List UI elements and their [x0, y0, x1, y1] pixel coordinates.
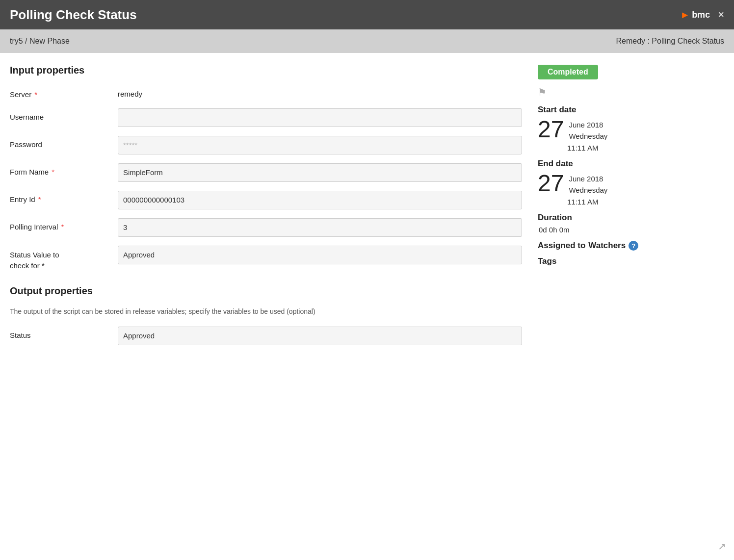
entryid-required: *	[38, 195, 41, 204]
output-properties-section: Output properties The output of the scri…	[10, 285, 522, 345]
end-time: 11:11 AM	[567, 198, 724, 206]
start-time: 11:11 AM	[567, 144, 724, 152]
watchers-help-icon[interactable]: ?	[629, 241, 638, 251]
formname-label: Form Name *	[10, 163, 118, 177]
main-content: Input properties Server * remedy Usernam…	[0, 53, 734, 366]
output-desc: The output of the script can be stored i…	[10, 306, 522, 317]
page-title: Polling Check Status	[10, 7, 137, 23]
duration-value: 0d 0h 0m	[539, 226, 724, 234]
end-day: 27	[538, 172, 564, 195]
start-month-year: June 2018 Wednesday	[569, 118, 607, 142]
entryid-label: Entry Id *	[10, 191, 118, 204]
start-date-row: 27 June 2018 Wednesday	[538, 118, 724, 142]
polling-interval-input[interactable]	[118, 218, 522, 237]
end-month-year: June 2018 Wednesday	[569, 172, 607, 196]
watchers-label: Watchers	[588, 241, 626, 251]
output-properties-title: Output properties	[10, 285, 522, 297]
breadcrumb: try5 / New Phase	[10, 37, 70, 46]
start-day: 27	[538, 118, 564, 141]
entryid-input[interactable]	[118, 191, 522, 209]
status-value-required: *	[42, 261, 45, 270]
server-row: Server * remedy	[10, 86, 522, 100]
expand-icon: ↗	[718, 540, 726, 552]
status-value-input[interactable]	[118, 246, 522, 264]
username-label: Username	[10, 108, 118, 122]
entryid-row: Entry Id *	[10, 191, 522, 209]
duration-label: Duration	[538, 213, 724, 223]
right-panel: Completed ⚑ Start date 27 June 2018 Wedn…	[538, 65, 724, 354]
end-date-row: 27 June 2018 Wednesday	[538, 172, 724, 196]
status-value-label: Status Value tocheck for *	[10, 246, 118, 272]
status-badge: Completed	[538, 65, 598, 79]
flag-icon: ⚑	[538, 86, 724, 98]
assigned-label: Assigned to	[538, 241, 585, 251]
polling-interval-label: Polling Interval *	[10, 218, 118, 232]
output-status-label: Status	[10, 327, 118, 340]
context-label: Remedy : Polling Check Status	[616, 37, 724, 46]
close-button[interactable]: ×	[718, 9, 724, 20]
username-row: Username	[10, 108, 522, 127]
input-properties-title: Input properties	[10, 65, 522, 76]
left-panel: Input properties Server * remedy Usernam…	[10, 65, 522, 354]
tags-title: Tags	[538, 256, 724, 266]
assigned-section: Assigned to Watchers ?	[538, 241, 724, 251]
bmc-logo: ► bmc	[680, 9, 710, 21]
server-label: Server *	[10, 86, 118, 100]
assigned-title: Assigned to Watchers ?	[538, 241, 724, 251]
formname-required: *	[52, 168, 54, 176]
password-input[interactable]	[118, 136, 522, 154]
status-value-row: Status Value tocheck for *	[10, 246, 522, 272]
username-input[interactable]	[118, 108, 522, 127]
header: Polling Check Status ► bmc ×	[0, 0, 734, 29]
end-date-label: End date	[538, 159, 724, 169]
formname-input[interactable]	[118, 163, 522, 182]
polling-interval-row: Polling Interval *	[10, 218, 522, 237]
formname-row: Form Name *	[10, 163, 522, 182]
subheader: try5 / New Phase Remedy : Polling Check …	[0, 29, 734, 53]
start-date-label: Start date	[538, 105, 724, 115]
bmc-logo-text: bmc	[692, 10, 710, 20]
output-status-input[interactable]	[118, 327, 522, 345]
polling-interval-required: *	[61, 223, 64, 231]
server-value: remedy	[118, 86, 522, 98]
header-right: ► bmc ×	[680, 9, 724, 21]
output-status-row: Status	[10, 327, 522, 345]
bmc-logo-icon: ►	[680, 9, 690, 21]
password-row: Password	[10, 136, 522, 154]
server-required: *	[34, 90, 37, 99]
password-label: Password	[10, 136, 118, 150]
